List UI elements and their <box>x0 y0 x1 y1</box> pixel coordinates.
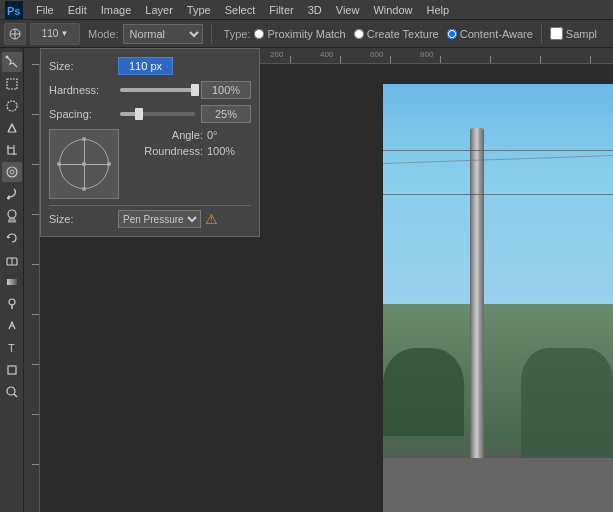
left-toolbar: T <box>0 48 24 512</box>
size-bottom-select[interactable]: Pen Pressure <box>118 210 201 228</box>
ruler-h-label-200b: 200 <box>270 50 283 59</box>
menu-image[interactable]: Image <box>95 3 138 17</box>
hardness-slider[interactable] <box>120 88 195 92</box>
menu-help[interactable]: Help <box>421 3 456 17</box>
left-tool-1[interactable] <box>2 74 22 94</box>
left-tool-spot[interactable] <box>2 162 22 182</box>
right-dot <box>107 162 111 166</box>
menu-file[interactable]: File <box>30 3 60 17</box>
menu-type[interactable]: Type <box>181 3 217 17</box>
left-tool-zoom[interactable] <box>2 382 22 402</box>
separator-2 <box>541 24 542 44</box>
radio-content-aware-input[interactable] <box>447 29 457 39</box>
bottom-dot <box>82 187 86 191</box>
menu-window[interactable]: Window <box>367 3 418 17</box>
roundness-row: Roundness: 100% <box>133 145 251 157</box>
radio-content-aware[interactable]: Content-Aware <box>447 28 533 40</box>
spacing-slider[interactable] <box>120 112 195 116</box>
svg-rect-14 <box>7 279 17 285</box>
menu-filter[interactable]: Filter <box>263 3 299 17</box>
svg-point-11 <box>8 210 16 218</box>
left-tool-crop[interactable] <box>2 140 22 160</box>
menu-3d[interactable]: 3D <box>302 3 328 17</box>
hardness-thumb[interactable] <box>191 84 199 96</box>
radio-texture[interactable]: Create Texture <box>354 28 439 40</box>
menu-layer[interactable]: Layer <box>139 3 179 17</box>
left-tool-type[interactable]: T <box>2 338 22 358</box>
radio-proximity-input[interactable] <box>254 29 264 39</box>
type-section: Proximity Match Create Texture Content-A… <box>254 28 532 40</box>
brush-panel: Size: Hardness: 100% Spacing: 25% <box>40 48 260 237</box>
svg-text:Ps: Ps <box>7 5 20 17</box>
left-dot <box>57 162 61 166</box>
svg-point-7 <box>7 101 17 111</box>
left-tool-2[interactable] <box>2 96 22 116</box>
size-row: Size: <box>49 57 251 75</box>
mode-select[interactable]: Normal <box>123 24 203 44</box>
road <box>383 458 613 512</box>
brush-size-value: 110 <box>42 28 59 39</box>
angle-value: 0° <box>207 129 218 141</box>
main-area: T 600 400 200 0 200 400 600 800 <box>0 48 613 512</box>
left-tool-brush[interactable] <box>2 184 22 204</box>
angle-label: Angle: <box>133 129 203 141</box>
preview-row: Angle: 0° Roundness: 100% <box>49 129 251 199</box>
photo-area <box>383 84 613 512</box>
brush-size-btn[interactable]: 110 ▼ <box>30 23 80 45</box>
tree-left <box>383 348 464 436</box>
sample-checkbox-label[interactable]: Sampl <box>550 27 597 40</box>
left-tool-pen[interactable] <box>2 316 22 336</box>
type-label: Type: <box>224 28 251 40</box>
left-tool-gradient[interactable] <box>2 272 22 292</box>
brush-tool-btn[interactable] <box>4 23 26 45</box>
left-tool-shape[interactable] <box>2 360 22 380</box>
hardness-fill <box>120 88 195 92</box>
ruler-v-ticks <box>24 64 39 512</box>
sample-text: Sampl <box>566 28 597 40</box>
menu-view[interactable]: View <box>330 3 366 17</box>
menu-select[interactable]: Select <box>219 3 262 17</box>
work-area: 600 400 200 0 200 400 600 800 Size: Hard… <box>24 48 613 512</box>
size-bottom-label: Size: <box>49 213 114 225</box>
radio-texture-label: Create Texture <box>367 28 439 40</box>
radio-proximity-label: Proximity Match <box>267 28 345 40</box>
hardness-row: Hardness: 100% <box>49 81 251 99</box>
left-tool-0[interactable] <box>2 52 22 72</box>
menu-bar: Ps File Edit Image Layer Type Select Fil… <box>0 0 613 20</box>
svg-point-8 <box>7 167 17 177</box>
svg-rect-19 <box>8 366 16 374</box>
radio-proximity[interactable]: Proximity Match <box>254 28 345 40</box>
svg-point-5 <box>5 56 8 59</box>
left-tool-3[interactable] <box>2 118 22 138</box>
spacing-value: 25% <box>201 105 251 123</box>
svg-point-9 <box>10 170 14 174</box>
left-tool-dodge[interactable] <box>2 294 22 314</box>
pole-main <box>470 128 484 480</box>
svg-point-10 <box>7 197 10 200</box>
svg-point-20 <box>7 387 15 395</box>
size-input[interactable] <box>118 57 173 75</box>
left-tool-history[interactable] <box>2 228 22 248</box>
ruler-h-label-400b: 400 <box>320 50 333 59</box>
mode-label: Mode: <box>88 28 119 40</box>
hardness-label: Hardness: <box>49 84 114 96</box>
left-tool-eraser[interactable] <box>2 250 22 270</box>
left-tool-stamp[interactable] <box>2 206 22 226</box>
sample-checkbox[interactable] <box>550 27 563 40</box>
wire-2 <box>383 194 613 195</box>
spacing-thumb[interactable] <box>135 108 143 120</box>
warning-icon: ⚠ <box>205 211 218 227</box>
svg-point-15 <box>9 299 15 305</box>
brush-dropdown-icon: ▼ <box>60 29 68 38</box>
wire-1 <box>383 150 613 151</box>
size-label: Size: <box>49 60 114 72</box>
radio-texture-input[interactable] <box>354 29 364 39</box>
svg-text:T: T <box>8 342 15 354</box>
top-dot <box>82 137 86 141</box>
svg-line-21 <box>14 394 17 397</box>
ruler-h-label-600b: 600 <box>370 50 383 59</box>
angle-roundness-section: Angle: 0° Roundness: 100% <box>133 129 251 157</box>
menu-edit[interactable]: Edit <box>62 3 93 17</box>
ruler-corner <box>24 48 40 64</box>
top-toolbar: 110 ▼ Mode: Normal Type: Proximity Match… <box>0 20 613 48</box>
